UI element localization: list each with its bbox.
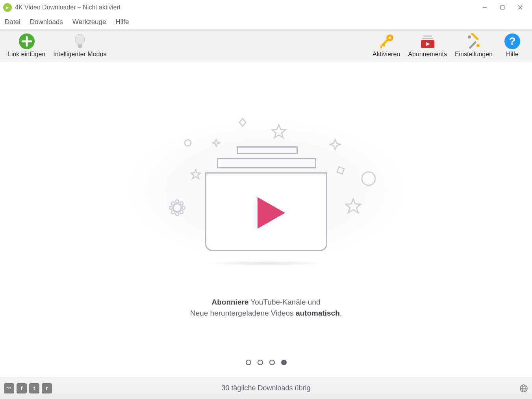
twitter-icon: t (33, 385, 35, 391)
globe-button[interactable] (519, 384, 528, 393)
menu-tools[interactable]: Werkzeuge (68, 15, 111, 29)
smart-mode-label: Intelligenter Modus (53, 51, 106, 58)
star-icon (190, 169, 201, 180)
lightbulb-icon (72, 33, 87, 50)
svg-point-36 (182, 206, 185, 209)
activate-button[interactable]: Aktivieren (369, 31, 404, 59)
settings-label: Einstellungen (455, 51, 493, 58)
svg-point-35 (169, 206, 172, 209)
reddit-link[interactable]: r (42, 383, 52, 393)
paste-link-label: Link einfügen (8, 51, 45, 58)
pager-dot-3[interactable] (269, 360, 275, 365)
svg-point-22 (476, 44, 480, 47)
sparkle-icon (329, 139, 341, 150)
circle-icon (184, 139, 192, 147)
facebook-icon: f (21, 385, 22, 391)
titlebar: ▸ 4K Video Downloader – Nicht aktiviert (0, 0, 532, 15)
svg-rect-19 (469, 41, 477, 49)
close-button[interactable] (511, 2, 529, 13)
help-icon: ? (504, 33, 521, 50)
caption-text-2: Neue heruntergeladene Videos (190, 309, 296, 317)
svg-marker-25 (239, 118, 246, 126)
social-links: YT f t r (4, 383, 52, 393)
maximize-button[interactable] (493, 2, 511, 13)
reddit-icon: r (46, 385, 48, 391)
menu-help[interactable]: Hilfe (111, 15, 133, 29)
svg-marker-26 (272, 125, 285, 138)
svg-point-34 (176, 212, 179, 216)
youtube-icon: YT (7, 387, 11, 390)
star-icon (345, 198, 362, 215)
svg-point-29 (362, 172, 375, 185)
twitter-link[interactable]: t (29, 383, 39, 393)
tools-icon (465, 33, 482, 50)
svg-rect-12 (381, 39, 389, 46)
caption-text-3: . (340, 309, 342, 317)
sparkle-icon (212, 139, 221, 147)
star-icon (271, 124, 287, 139)
minimize-icon (482, 5, 487, 10)
svg-marker-41 (258, 197, 285, 229)
window-title: 4K Video Downloader – Nicht aktiviert (15, 4, 120, 11)
minimize-button[interactable] (476, 2, 493, 13)
globe-icon (519, 384, 528, 393)
pager-dot-1[interactable] (246, 360, 251, 365)
svg-point-11 (389, 37, 391, 39)
svg-rect-28 (337, 167, 344, 174)
svg-rect-1 (500, 6, 504, 9)
caption-bold-2: automatisch (296, 309, 340, 317)
svg-point-7 (75, 34, 85, 44)
caption-text-1: YouTube-Kanäle und (248, 298, 320, 306)
pager-dot-2[interactable] (258, 360, 263, 365)
svg-rect-8 (78, 44, 82, 46)
menu-file[interactable]: Datei (0, 15, 25, 29)
svg-rect-16 (422, 38, 433, 39)
pager (246, 360, 287, 365)
downloads-remaining-label: 30 tägliche Downloads übrig (221, 384, 310, 392)
svg-point-39 (171, 211, 174, 214)
empty-state-illustration (128, 108, 404, 273)
svg-rect-15 (423, 35, 432, 37)
maximize-icon (500, 5, 505, 10)
svg-text:?: ? (509, 35, 515, 47)
svg-rect-20 (471, 33, 479, 41)
subscriptions-button[interactable]: Abonnements (404, 31, 451, 59)
toolbar: Link einfügen Intelligenter Modus Aktivi… (0, 29, 532, 61)
facebook-link[interactable]: f (17, 383, 27, 393)
svg-point-21 (468, 35, 471, 39)
subscriptions-label: Abonnements (408, 51, 447, 58)
menubar: Datei Downloads Werkzeuge Hilfe (0, 15, 532, 29)
svg-point-27 (185, 140, 191, 146)
svg-marker-31 (346, 199, 361, 213)
paste-link-button[interactable]: Link einfügen (4, 31, 49, 59)
menu-downloads[interactable]: Downloads (25, 15, 68, 29)
svg-rect-13 (380, 46, 382, 48)
caption-bold-1: Abonniere (211, 298, 248, 306)
diamond-icon (238, 118, 247, 127)
plus-icon (19, 33, 35, 50)
subscriptions-icon (419, 33, 436, 50)
empty-state-caption: Abonniere YouTube-Kanäle und Neue herunt… (190, 297, 342, 319)
svg-point-32 (173, 204, 181, 212)
statusbar: YT f t r 30 tägliche Downloads übrig (0, 377, 532, 399)
svg-marker-30 (191, 170, 200, 179)
circle-icon (361, 171, 376, 187)
help-label: Hilfe (506, 51, 519, 58)
svg-point-40 (180, 211, 183, 214)
square-icon (336, 166, 345, 175)
svg-point-38 (180, 202, 183, 205)
smart-mode-button[interactable]: Intelligenter Modus (49, 31, 110, 59)
svg-point-33 (176, 200, 179, 203)
youtube-link[interactable]: YT (4, 383, 14, 393)
svg-rect-9 (78, 46, 82, 48)
key-icon (378, 33, 395, 50)
svg-rect-14 (383, 44, 385, 46)
pager-dot-4[interactable] (281, 360, 287, 365)
close-icon (518, 5, 523, 10)
play-icon (250, 191, 293, 235)
app-icon: ▸ (3, 3, 12, 12)
gear-icon (169, 199, 186, 216)
help-button[interactable]: ? Hilfe (497, 31, 528, 59)
settings-button[interactable]: Einstellungen (451, 31, 497, 59)
svg-point-37 (171, 202, 174, 205)
